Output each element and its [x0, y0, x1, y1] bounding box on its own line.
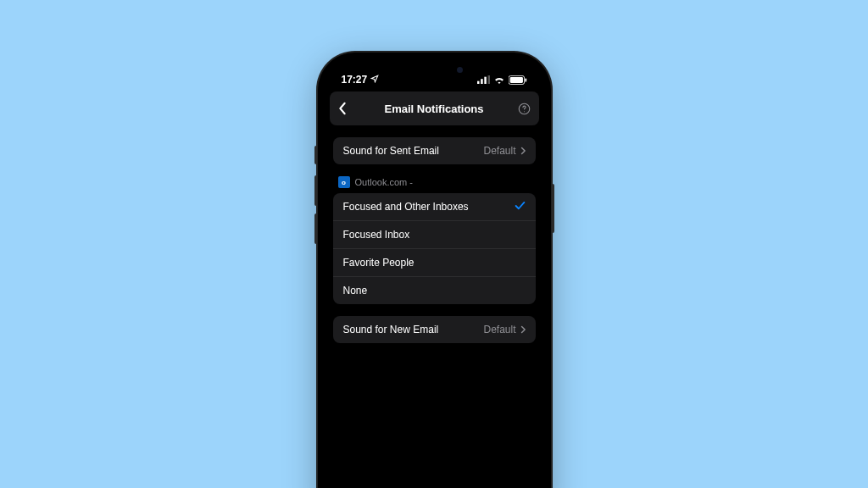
checkmark-icon	[515, 201, 526, 213]
sound-new-row[interactable]: Sound for New Email Default	[333, 316, 536, 343]
chevron-right-icon	[520, 147, 526, 155]
svg-rect-6	[525, 78, 526, 81]
nav-title: Email Notifications	[355, 103, 514, 115]
mute-switch	[314, 146, 317, 164]
power-button	[552, 184, 554, 233]
volume-down-button	[314, 214, 317, 244]
chevron-left-icon	[338, 102, 347, 115]
chevron-right-icon	[520, 325, 526, 334]
sound-sent-value: Default	[483, 145, 515, 157]
location-icon	[370, 74, 379, 86]
svg-rect-5	[509, 77, 522, 83]
sound-new-value: Default	[483, 324, 515, 336]
sound-sent-label: Sound for Sent Email	[343, 145, 439, 157]
option-label: Favorite People	[343, 257, 415, 269]
option-focused-inbox[interactable]: Focused Inbox	[333, 221, 536, 249]
option-label: None	[343, 285, 368, 297]
status-time: 17:27	[342, 74, 368, 86]
notch	[383, 61, 485, 80]
account-header: o Outlook.com -	[333, 176, 536, 193]
svg-rect-3	[487, 75, 490, 84]
wifi-icon	[493, 75, 505, 84]
option-none[interactable]: None	[333, 277, 536, 304]
battery-icon	[509, 75, 527, 85]
option-favorite-people[interactable]: Favorite People	[333, 249, 536, 277]
svg-rect-1	[481, 79, 483, 84]
help-button[interactable]	[514, 103, 531, 115]
sound-new-label: Sound for New Email	[343, 324, 439, 336]
sound-sent-row[interactable]: Sound for Sent Email Default	[333, 137, 536, 164]
svg-point-8	[524, 111, 525, 112]
outlook-icon: o	[338, 176, 350, 188]
svg-rect-0	[477, 81, 480, 84]
option-label: Focused Inbox	[343, 229, 410, 241]
account-provider: Outlook.com -	[355, 177, 413, 187]
volume-up-button	[314, 175, 317, 206]
phone-frame: 17:27 Email Notificatio	[318, 53, 551, 488]
back-button[interactable]	[338, 102, 355, 115]
svg-rect-2	[484, 77, 487, 84]
help-icon	[518, 103, 531, 115]
screen: 17:27 Email Notificatio	[326, 61, 542, 488]
option-focused-and-other[interactable]: Focused and Other Inboxes	[333, 193, 536, 221]
nav-bar: Email Notifications	[330, 92, 539, 125]
option-label: Focused and Other Inboxes	[343, 201, 469, 213]
